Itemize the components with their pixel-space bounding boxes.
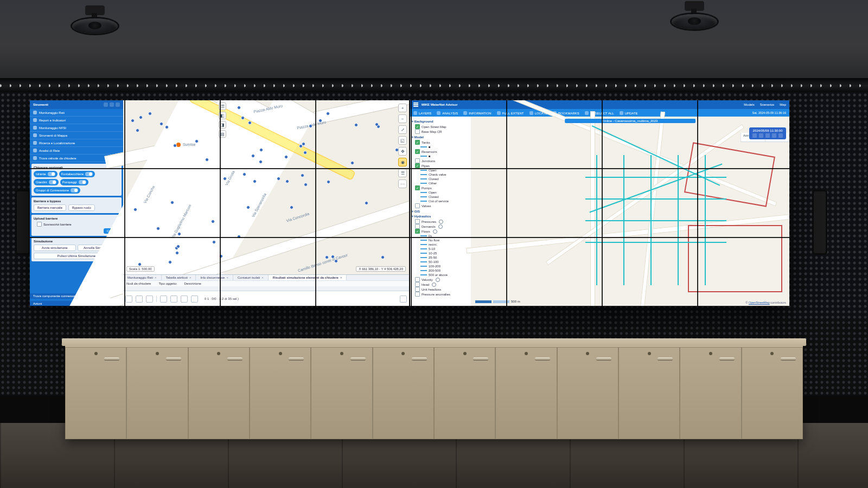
junction-node[interactable] bbox=[365, 201, 368, 205]
toolbar-button[interactable]: LAYERS bbox=[413, 111, 431, 115]
checkbox-icon[interactable] bbox=[415, 224, 420, 229]
tab[interactable]: Info disconnesse× bbox=[196, 275, 233, 280]
toggle[interactable]: Pompaggi bbox=[60, 179, 88, 185]
junction-node[interactable] bbox=[242, 172, 246, 176]
junction-node[interactable] bbox=[248, 121, 252, 125]
junction-node[interactable] bbox=[148, 112, 152, 115]
play-icon[interactable] bbox=[759, 133, 763, 138]
sidebar-item[interactable]: Ricerca e Localizzazione bbox=[30, 139, 123, 147]
pause-icon[interactable] bbox=[765, 133, 770, 138]
junction-node[interactable] bbox=[375, 123, 379, 126]
zoom-in-icon[interactable]: + bbox=[398, 104, 407, 112]
checkbox-icon[interactable] bbox=[415, 277, 420, 282]
sidebar-item[interactable]: Strumenti di Mappa bbox=[30, 132, 123, 139]
titlebar-icon[interactable] bbox=[104, 102, 108, 107]
junction-node[interactable] bbox=[170, 201, 174, 204]
junction-node[interactable] bbox=[195, 139, 199, 143]
tool-icon[interactable]: ▤ bbox=[219, 130, 226, 138]
footer-tool-icon[interactable] bbox=[191, 296, 198, 303]
layer-item[interactable]: Pressure anomalies bbox=[415, 292, 473, 297]
close-icon[interactable]: × bbox=[155, 276, 157, 279]
header-link[interactable]: Scenarios bbox=[760, 103, 775, 106]
tool-icon[interactable]: ◧ bbox=[219, 112, 226, 119]
layer-item[interactable]: Open Street Map bbox=[415, 124, 473, 129]
measure-icon[interactable]: ☰ bbox=[398, 169, 407, 177]
junction-node[interactable] bbox=[327, 180, 330, 184]
junction-node[interactable] bbox=[159, 122, 163, 126]
toggle[interactable]: Fontabecchiere bbox=[59, 171, 95, 177]
bypass-node-button[interactable]: Bypass nodo bbox=[68, 204, 95, 211]
checkbox-icon[interactable] bbox=[415, 163, 420, 168]
toggle[interactable]: Gruppi di Connessione bbox=[34, 187, 80, 194]
layer-item[interactable]: Pumps bbox=[415, 185, 473, 190]
pan-icon[interactable]: ✥ bbox=[398, 147, 407, 156]
junction-node[interactable] bbox=[290, 206, 293, 209]
osm-link[interactable]: OpenStreetMap bbox=[749, 301, 770, 304]
start-sim-button[interactable]: Avvia simulazione bbox=[34, 245, 76, 251]
junction-node[interactable] bbox=[350, 161, 354, 165]
layer-item[interactable]: Base Map CR bbox=[415, 129, 473, 134]
junction-node[interactable] bbox=[326, 112, 330, 115]
checkbox-icon[interactable] bbox=[415, 229, 420, 234]
junction-node[interactable] bbox=[156, 227, 160, 230]
footer-tool-icon[interactable] bbox=[125, 296, 132, 303]
layer-item[interactable]: Valves bbox=[415, 203, 473, 208]
checkbox-icon[interactable] bbox=[415, 185, 420, 190]
titlebar-icon[interactable] bbox=[110, 102, 114, 107]
layer-item[interactable]: Demands bbox=[415, 224, 473, 229]
sidebar-item[interactable]: Analisi di Rete bbox=[30, 147, 123, 155]
checkbox-icon[interactable] bbox=[415, 282, 420, 287]
identify-icon[interactable]: ◉ bbox=[398, 158, 407, 166]
footer-tool-icon[interactable] bbox=[146, 296, 153, 303]
barrier-manual-button[interactable]: Barriera manuale bbox=[34, 204, 66, 211]
sidebar-item[interactable]: Report e Indicatori bbox=[30, 117, 123, 124]
hamburger-icon[interactable] bbox=[413, 102, 418, 107]
layer-section[interactable]: Model bbox=[412, 135, 473, 139]
checkbox-icon[interactable] bbox=[415, 203, 420, 208]
footer-tool-icon[interactable] bbox=[400, 296, 407, 303]
junction-node[interactable] bbox=[325, 255, 329, 259]
close-icon[interactable]: × bbox=[261, 276, 264, 279]
layer-item[interactable]: Unit headloss bbox=[415, 287, 473, 292]
tab[interactable]: Monitoraggio Reti× bbox=[123, 275, 162, 280]
junction-node[interactable] bbox=[299, 144, 303, 148]
style-swatch-icon[interactable] bbox=[438, 224, 443, 229]
junction-node[interactable] bbox=[241, 116, 245, 120]
junction-node[interactable] bbox=[165, 125, 169, 129]
layer-item[interactable]: Tanks bbox=[415, 140, 473, 145]
layer-item[interactable]: Head bbox=[415, 282, 473, 287]
layers-icon[interactable]: ◱ bbox=[398, 136, 407, 145]
junction-node[interactable] bbox=[285, 179, 289, 183]
toolbar-button[interactable]: FULL EXTENT bbox=[497, 111, 524, 115]
junction-node[interactable] bbox=[331, 255, 335, 259]
skip-back-icon[interactable] bbox=[752, 133, 757, 138]
toggle[interactable]: Idrante bbox=[34, 171, 58, 177]
junction-node[interactable] bbox=[354, 123, 358, 127]
style-swatch-icon[interactable] bbox=[433, 229, 437, 234]
layer-item[interactable]: Pipes bbox=[415, 163, 473, 168]
left-map[interactable]: Piazza Aldo Moro Piazza Aldo Moro Via Co… bbox=[123, 100, 409, 275]
junction-node[interactable] bbox=[212, 240, 216, 244]
layer-item[interactable]: Reservoirs bbox=[415, 149, 473, 154]
layer-item[interactable]: Velocity bbox=[415, 277, 473, 282]
junction-node[interactable] bbox=[237, 106, 241, 110]
tool-icon[interactable]: ◨ bbox=[219, 121, 226, 129]
right-map[interactable]: Online - Casamassima_multima_2023 Attrib… bbox=[471, 117, 789, 306]
zoom-out-icon[interactable]: − bbox=[398, 114, 407, 123]
tab[interactable]: Contatori isolati× bbox=[233, 275, 269, 280]
tab[interactable]: Risultati simulazione elementi da chiude… bbox=[269, 275, 347, 280]
junction-node[interactable] bbox=[131, 119, 135, 123]
checkbox-icon[interactable] bbox=[415, 292, 420, 297]
toolbar-button[interactable]: UPDATE bbox=[620, 111, 638, 115]
overwrite-checkbox[interactable] bbox=[37, 222, 42, 227]
toggle[interactable]: Giardini bbox=[34, 179, 59, 185]
header-link[interactable]: Map bbox=[780, 103, 786, 106]
close-icon[interactable]: × bbox=[340, 276, 342, 279]
junction-node[interactable] bbox=[381, 255, 385, 259]
junction-node[interactable] bbox=[223, 177, 227, 181]
style-swatch-icon[interactable] bbox=[432, 282, 436, 287]
style-swatch-icon[interactable] bbox=[436, 278, 440, 282]
junction-node[interactable] bbox=[139, 115, 143, 119]
checkbox-icon[interactable] bbox=[415, 219, 420, 224]
checkbox-icon[interactable] bbox=[415, 140, 420, 145]
